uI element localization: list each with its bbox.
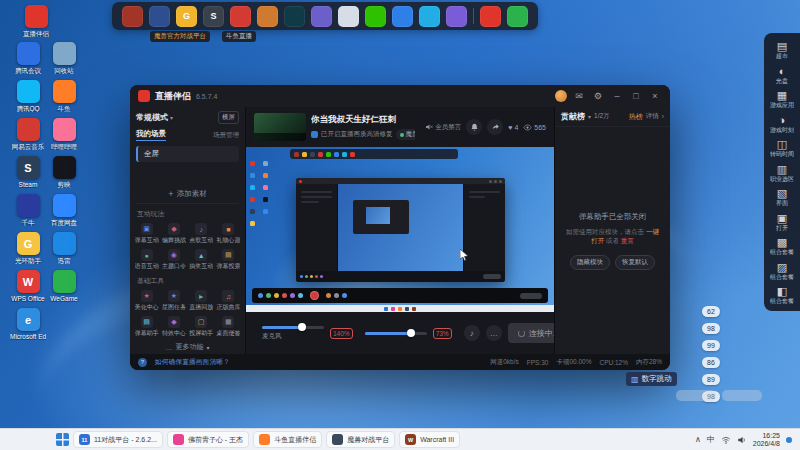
- maximize-button[interactable]: □: [629, 89, 643, 103]
- reset-link[interactable]: 重置: [621, 237, 634, 244]
- tray-expand-icon[interactable]: ∧: [695, 435, 701, 444]
- wifi-icon[interactable]: [721, 435, 731, 445]
- hide-module-button[interactable]: 隐藏模块: [570, 255, 610, 270]
- rtb-item-game-moments[interactable]: ◑游戏时刻: [764, 112, 800, 136]
- desktop-icon-xunlei[interactable]: 迅雷: [46, 232, 82, 264]
- dock-icon-lol[interactable]: [284, 6, 305, 27]
- dock-icon-wecom[interactable]: [392, 6, 413, 27]
- rtb-item-game-apps[interactable]: ▦游戏应用: [764, 87, 800, 111]
- dock-icon-mumu[interactable]: [446, 6, 467, 27]
- detail-link[interactable]: 详情: [646, 112, 659, 121]
- tool-beauty-center[interactable]: ★美化中心: [133, 288, 160, 314]
- feature-song-request[interactable]: ♪点歌互动: [188, 221, 215, 247]
- dock-icon-gamehelper[interactable]: G: [176, 6, 197, 27]
- mode-select[interactable]: 常规模式: [136, 112, 168, 123]
- tool-effects-center[interactable]: ◆特效中心: [160, 314, 187, 340]
- desktop-icon-jianying[interactable]: 剪映: [46, 156, 82, 188]
- feature-voice-interaction[interactable]: ●语音互动: [133, 247, 160, 273]
- taskbar-app-war3-platform[interactable]: 魔兽对战平台: [326, 431, 395, 448]
- stream-preview[interactable]: [246, 147, 554, 312]
- tab-my-scenes[interactable]: 我的场景: [136, 129, 166, 141]
- tool-screen-cast[interactable]: ▢投屏助手: [188, 314, 215, 340]
- minimize-button[interactable]: –: [610, 89, 624, 103]
- dock-icon-crossfire[interactable]: [257, 6, 278, 27]
- rtb-item-transcode[interactable]: ◫转码时间: [764, 136, 800, 160]
- number-jump-widget[interactable]: ▥数字跳动: [626, 372, 677, 386]
- dock-icon-genshin[interactable]: [311, 6, 332, 27]
- rtb-item-bundle-1[interactable]: ▩组合套餐: [764, 234, 800, 258]
- settings-icon[interactable]: ⚙: [591, 89, 605, 103]
- desktop-icon-recycle-bin[interactable]: 回收站: [46, 42, 82, 74]
- category-chip[interactable]: 魔兽争霸-绿色和平: [396, 129, 416, 140]
- desktop-icon-wps[interactable]: W WPS Office: [10, 270, 46, 302]
- help-link[interactable]: 如何确保直播画面清晰？: [155, 357, 230, 367]
- dock-icon-qq[interactable]: [338, 6, 359, 27]
- start-button[interactable]: [56, 433, 69, 446]
- hot-rank-link[interactable]: 热榜: [629, 112, 643, 122]
- desktop-icon-bilibili[interactable]: 哔哩哔哩: [46, 118, 82, 150]
- mute-all-button[interactable]: 全员禁言: [425, 123, 461, 132]
- rtb-item-ui[interactable]: ▧界面: [764, 185, 800, 209]
- feature-dance-challenge[interactable]: ◆编舞挑战: [160, 221, 187, 247]
- rtb-item-zone[interactable]: ▥职业选区: [764, 161, 800, 185]
- rtb-item-disc[interactable]: ◐光盘: [764, 63, 800, 87]
- sound-effects-button[interactable]: ♪: [464, 325, 480, 341]
- user-avatar[interactable]: [555, 90, 567, 102]
- orientation-chip[interactable]: 横屏: [218, 111, 239, 124]
- restore-default-button[interactable]: 恢复默认: [615, 255, 655, 270]
- dock-icon-bilibili[interactable]: [419, 6, 440, 27]
- dock-icon-netease-music[interactable]: [230, 6, 251, 27]
- dock-icon-war3[interactable]: [122, 6, 143, 27]
- desktop-icon-netease-music[interactable]: 网易云音乐: [10, 118, 46, 150]
- taskbar-app-music[interactable]: 佛前青子心 - 王杰: [167, 431, 249, 448]
- desktop-icon-edge[interactable]: e Microsoft Edge: [10, 308, 46, 340]
- desktop-icon-baidu-netdisk[interactable]: 百度网盘: [46, 194, 82, 226]
- feature-danmu-interaction[interactable]: ▣弹幕互动: [133, 221, 160, 247]
- desktop-icon-gamehelper[interactable]: G 光环助手: [10, 232, 46, 264]
- add-source-button[interactable]: +添加素材: [130, 187, 245, 201]
- slider-knob[interactable]: [407, 329, 415, 337]
- close-button[interactable]: ×: [648, 89, 662, 103]
- system-volume-slider[interactable]: [365, 332, 427, 335]
- taskbar-app-11platform[interactable]: 11 11对战平台 - 2.6.2...: [73, 431, 163, 448]
- desktop-icon-live-companion[interactable]: 直播伴侣: [18, 5, 54, 37]
- dock-icon-steam[interactable]: S: [203, 6, 224, 27]
- scene-item-fullscreen[interactable]: 全屏: [136, 146, 239, 162]
- desktop-icon-douyu[interactable]: 斗鱼: [46, 80, 82, 112]
- window-titlebar[interactable]: 直播伴侣 6.5.7.4 ✉ ⚙ – □ ×: [130, 85, 670, 107]
- notification-icon[interactable]: [786, 437, 792, 443]
- rtb-item-bundle-3[interactable]: ◧组合套餐: [764, 283, 800, 307]
- feature-lottery[interactable]: ▲抽奖互动: [188, 247, 215, 273]
- tool-danmu-assistant[interactable]: ▤弹幕助手: [133, 314, 160, 340]
- desktop-icon-steam[interactable]: S Steam: [10, 156, 46, 188]
- rtb-item-open[interactable]: ▣打开: [764, 210, 800, 234]
- feature-danmu-vote[interactable]: ▤弹幕投票: [215, 247, 242, 273]
- tool-replay[interactable]: ►直播回放: [188, 288, 215, 314]
- input-language-indicator[interactable]: 中: [707, 434, 715, 445]
- mic-volume-slider[interactable]: [262, 326, 324, 329]
- dock-icon-battlenet[interactable]: [149, 6, 170, 27]
- feature-theme-password[interactable]: ◉主题口令: [160, 247, 187, 273]
- more-features-button[interactable]: …更多功能▾: [130, 340, 245, 354]
- clock[interactable]: 16:25 2026/4/8: [753, 432, 780, 448]
- taskbar-app-douyu-companion[interactable]: 斗鱼直播伴侣: [253, 431, 322, 448]
- rtb-item-market[interactable]: ▤超市: [764, 38, 800, 62]
- taskbar-app-warcraft3[interactable]: W Warcraft III: [399, 431, 460, 448]
- dock-icon-live-companion[interactable]: [480, 6, 501, 27]
- tool-star-task[interactable]: ★星图任务: [160, 288, 187, 314]
- slider-knob[interactable]: [298, 323, 306, 331]
- desktop-icon-qianniu[interactable]: 千牛: [10, 194, 46, 226]
- more-audio-button[interactable]: …: [486, 325, 502, 341]
- rtb-item-bundle-2[interactable]: ▨组合套餐: [764, 259, 800, 283]
- tab-contribution[interactable]: 贡献榜: [561, 111, 585, 122]
- bell-icon[interactable]: [466, 119, 482, 135]
- dock-icon-wechat[interactable]: [365, 6, 386, 27]
- feature-gift-wish[interactable]: ■礼物心愿: [215, 221, 242, 247]
- desktop-icon-qq[interactable]: 腾讯QQ: [10, 80, 46, 112]
- dock-icon-wegame[interactable]: [507, 6, 528, 27]
- desktop-icon-tencent-meeting[interactable]: 腾讯会议: [10, 42, 46, 74]
- tool-desktop-notes[interactable]: ▦桌面便签: [215, 314, 242, 340]
- tool-music-library[interactable]: ♫正版曲库: [215, 288, 242, 314]
- desktop-icon-wegame[interactable]: WeGame: [46, 270, 82, 302]
- volume-icon[interactable]: [737, 435, 747, 445]
